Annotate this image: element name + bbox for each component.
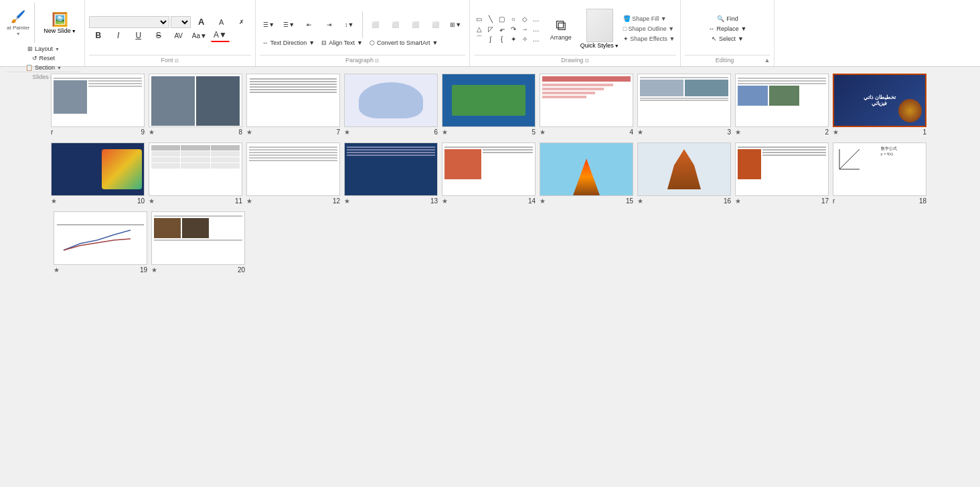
editing-group-label[interactable]: Editing ▲: [685, 55, 770, 64]
arrange-icon: ⧉: [556, 17, 566, 34]
slide-thumb-14[interactable]: ★ 14: [442, 142, 536, 206]
arrange-button[interactable]: ⧉ Arrange: [544, 9, 578, 49]
shape-line[interactable]: ╲: [485, 14, 496, 23]
shape-rect[interactable]: ▭: [474, 14, 485, 23]
slide-7-star: ★: [246, 128, 252, 136]
slide-5-star: ★: [442, 128, 448, 136]
shape-effects-button[interactable]: ✦ Shape Effects ▼: [622, 35, 677, 43]
find-button[interactable]: 🔍 Find: [706, 15, 750, 23]
shape-star[interactable]: ✦: [508, 34, 519, 43]
align-text-button[interactable]: ⊟ Align Text ▼: [319, 39, 365, 47]
slide-13-star: ★: [344, 197, 350, 205]
font-size-up-button[interactable]: A: [192, 15, 211, 28]
shape-curve[interactable]: ∫: [485, 34, 496, 43]
format-painter-area: 🖌️ at Painter ▼: [7, 9, 29, 36]
slide-thumb-19[interactable]: ★ 19: [54, 211, 147, 275]
shape-triangle[interactable]: △: [474, 24, 485, 33]
shape-outline-button[interactable]: □ Shape Outline ▼: [622, 25, 677, 33]
shape-diamond[interactable]: ◇: [519, 14, 530, 23]
align-left-button[interactable]: ⬜: [366, 20, 385, 29]
clear-formatting-button[interactable]: ✗: [232, 17, 251, 27]
indent-less-button[interactable]: ⇤: [300, 20, 319, 29]
new-slide-button[interactable]: 🖼️ New Slide ▼: [39, 10, 80, 35]
shape-right-tri[interactable]: ◸: [485, 24, 496, 33]
justify-button[interactable]: ⬜: [426, 20, 445, 29]
slide-6-num: 6: [434, 128, 438, 136]
shape-more1[interactable]: …: [531, 14, 542, 23]
change-case-button[interactable]: Aa▼: [189, 31, 210, 41]
font-color-button[interactable]: A▼: [211, 29, 230, 42]
numbering-button[interactable]: ☰▼: [280, 20, 299, 29]
slide-5-num: 5: [532, 128, 536, 136]
reset-button[interactable]: ↺ Reset: [7, 54, 80, 62]
char-spacing-button[interactable]: AV: [169, 31, 188, 41]
shape-more2[interactable]: …: [531, 24, 542, 33]
slide-15-star: ★: [540, 197, 546, 205]
font-family-select[interactable]: [89, 16, 169, 28]
bold-button[interactable]: B: [89, 29, 108, 41]
slide-16-num: 16: [724, 197, 731, 205]
text-direction-button[interactable]: ↔ Text Direction ▼: [260, 39, 317, 47]
slide-thumb-16[interactable]: ★ 16: [637, 142, 731, 206]
font-group-label[interactable]: Font ⊡: [89, 55, 251, 64]
font-size-select[interactable]: [171, 16, 191, 28]
shape-fill-button[interactable]: 🪣 Shape Fill ▼: [622, 15, 677, 23]
underline-button[interactable]: U: [129, 29, 148, 41]
align-right-button[interactable]: ⬜: [406, 20, 425, 29]
replace-button[interactable]: ↔ Replace ▼: [706, 25, 750, 33]
columns-button[interactable]: ⊞▼: [446, 20, 465, 29]
font-size-down-button[interactable]: A: [212, 17, 231, 27]
shape-brace[interactable]: {: [497, 34, 507, 43]
bullets-button[interactable]: ☰▼: [260, 20, 278, 29]
slide-thumb-4[interactable]: ★ 4: [540, 74, 633, 137]
paragraph-group-label[interactable]: Paragraph ⊡: [260, 55, 465, 64]
slide-1-num: 1: [922, 128, 926, 136]
shape-oval[interactable]: ○: [508, 14, 519, 23]
slide-thumb-12[interactable]: ★ 12: [246, 142, 340, 206]
slide-thumb-7[interactable]: ★ 7: [246, 74, 340, 137]
slide-7-num: 7: [336, 128, 340, 136]
convert-smartart-button[interactable]: ⬡ Convert to SmartArt ▼: [367, 39, 440, 47]
slide-thumb-1[interactable]: تخطيطان ذاتيفيزيائي ★ 1: [833, 74, 926, 137]
strikethrough-button[interactable]: S: [149, 29, 168, 41]
slide-thumb-5[interactable]: ★ 5: [442, 74, 536, 137]
shape-star2[interactable]: ✧: [519, 34, 530, 43]
slide-3-star: ★: [637, 128, 643, 136]
slide-thumb-3[interactable]: ★ 3: [637, 74, 731, 137]
slide-thumb-11[interactable]: ★ 11: [149, 142, 242, 206]
layout-button[interactable]: ⊞ Layout ▼: [7, 45, 80, 53]
slide-thumb-8[interactable]: ★ 8: [149, 74, 242, 137]
slide-17-star: ★: [735, 197, 741, 205]
select-button[interactable]: ↖ Select ▼: [706, 35, 750, 43]
slide-thumb-2[interactable]: ★ 2: [735, 74, 829, 137]
paragraph-group: ☰▼ ☰▼ ⇤ ⇥ ↕▼ ⬜ ⬜ ⬜ ⬜ ⊞▼ ↔ Text Direction…: [256, 0, 470, 66]
slide-thumb-10[interactable]: ★ 10: [51, 142, 145, 206]
indent-more-button[interactable]: ⇥: [320, 20, 339, 29]
font-group: A A ✗ B I U S AV Aa▼ A▼ Font ⊡: [85, 0, 256, 66]
shapes-palette: ▭ ╲ ▢ ○ ◇ … △ ◸ ⬐ ↷ → … ⌒ ∫: [474, 14, 542, 43]
align-center-button[interactable]: ⬜: [386, 20, 405, 29]
section-button[interactable]: 📋 Section ▼: [7, 64, 80, 72]
slide-thumb-17[interactable]: ★ 17: [735, 142, 829, 206]
shape-arrow[interactable]: ⬐: [497, 24, 507, 33]
quick-styles-button[interactable]: Quick Styles ▼: [580, 9, 619, 49]
shape-rounded-rect[interactable]: ▢: [497, 14, 507, 23]
slides-row-3: ★ 20 ★ 19: [54, 211, 926, 275]
slide-thumb-13[interactable]: ★ 13: [344, 142, 438, 206]
slide-thumb-6[interactable]: ★ 6: [344, 74, 438, 137]
slide-thumb-18[interactable]: 数学公式y = f(x) r 18: [833, 142, 926, 206]
shape-arc[interactable]: ⌒: [474, 34, 485, 43]
line-spacing-button[interactable]: ↕▼: [340, 20, 359, 29]
slide-thumb-9[interactable]: r 9: [51, 74, 145, 137]
slide-thumb-15[interactable]: ★ 15: [540, 142, 633, 206]
new-slide-label: New Slide: [44, 27, 71, 34]
drawing-group-label[interactable]: Drawing ⊡: [474, 55, 677, 64]
slide-19-star: ★: [54, 266, 60, 274]
slide-thumb-20[interactable]: ★ 20: [151, 211, 245, 275]
shape-more3[interactable]: …: [531, 34, 542, 43]
italic-button[interactable]: I: [109, 29, 128, 41]
shape-arrow2[interactable]: ↷: [508, 24, 519, 33]
slides-row-1: تخطيطان ذاتيفيزيائي ★ 1: [54, 74, 926, 137]
shape-arrow3[interactable]: →: [519, 24, 530, 33]
select-icon: ↖: [712, 35, 717, 42]
